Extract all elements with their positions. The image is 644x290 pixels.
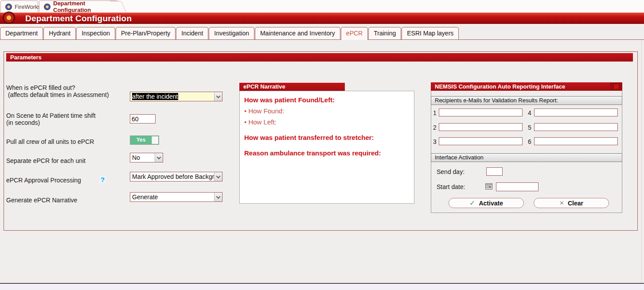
clear-button[interactable]: ✕ Clear	[534, 198, 609, 208]
window-tab-bar: FireWorks Department Configuration	[0, 0, 644, 12]
page-title: Department Configuration	[25, 14, 132, 23]
tab-training[interactable]: Training	[368, 27, 401, 40]
send-day-input[interactable]	[486, 167, 503, 176]
generate-narrative-combobox[interactable]: Generate	[130, 192, 222, 202]
window-tab-fireworks[interactable]: FireWorks	[0, 0, 38, 12]
email-slot-number: 2	[433, 124, 437, 131]
chevron-down-icon[interactable]	[214, 172, 222, 181]
bottom-status-strip	[0, 284, 644, 290]
tab-epcr[interactable]: ePCR	[341, 27, 368, 40]
start-date-label: Start date:	[437, 183, 465, 190]
tab-maintenance-inventory[interactable]: Maintenance and Inventory	[255, 27, 340, 40]
nemsis-panel-header: NEMSIS Configuration Auto Reporting Inte…	[431, 82, 622, 91]
window-tab-label: FireWorks	[15, 4, 41, 10]
time-shift-label-line1: On Scene to At Patient time shift	[6, 112, 96, 119]
when-filled-label-line2: (affects default times in Assessment)	[6, 91, 109, 98]
narrative-blank-line	[244, 128, 410, 132]
nemsis-panel-title: NEMSIS Configuration Auto Reporting Inte…	[435, 83, 565, 90]
tab-incident[interactable]: Incident	[176, 27, 208, 40]
tab-department[interactable]: Department	[0, 27, 43, 40]
approval-processing-value: Mark Approved before Backgr	[130, 172, 214, 181]
recipient-email-input-6[interactable]	[534, 137, 618, 145]
chevron-down-icon[interactable]	[214, 92, 222, 101]
time-shift-input[interactable]	[130, 114, 156, 124]
activate-button-label: Activate	[479, 200, 503, 207]
right-edge-line	[641, 40, 642, 283]
email-slot-number: 5	[528, 124, 531, 131]
pull-crew-toggle-value: Yes	[130, 136, 152, 144]
separate-epcr-label: Separate ePCR for each unit	[6, 157, 86, 164]
generate-narrative-label: Generate ePCR Narrative	[6, 197, 77, 204]
send-day-label: Send day:	[437, 168, 464, 175]
when-filled-value: after the incident	[130, 92, 214, 101]
fire-department-seal-icon	[3, 12, 15, 23]
clear-button-label: Clear	[568, 200, 583, 207]
email-slot-number: 3	[433, 138, 437, 145]
tab-esri-map-layers[interactable]: ESRI Map layers	[402, 27, 459, 40]
epcr-narrative-textarea[interactable]: How was patient Found/Left: • How Found:…	[239, 91, 414, 204]
parameters-section-header: Parameters	[6, 53, 633, 62]
module-tab-strip: Department Hydrant Inspection Pre-Plan/P…	[0, 27, 644, 40]
email-slot-number: 6	[528, 138, 531, 145]
recipient-email-input-4[interactable]	[534, 108, 618, 116]
calendar-icon[interactable]	[485, 183, 492, 190]
email-slot-number: 1	[433, 109, 437, 116]
approval-processing-combobox[interactable]: Mark Approved before Backgr	[130, 172, 222, 182]
title-bar: Department Configuration	[0, 12, 644, 24]
activate-button[interactable]: ✓ Activate	[449, 198, 524, 208]
narrative-line: • How Left:	[244, 116, 410, 128]
help-icon[interactable]: ?	[99, 176, 106, 183]
window-tab-label: Department Configuration	[53, 0, 113, 13]
when-filled-label-line1: When is ePCR filled out?	[6, 84, 75, 91]
separate-epcr-combobox[interactable]: No	[130, 153, 163, 162]
window-tab-department-configuration[interactable]: Department Configuration	[39, 0, 118, 12]
department-badge-icon	[44, 4, 51, 10]
tab-investigation[interactable]: Investigation	[209, 27, 254, 40]
chevron-down-icon[interactable]	[155, 153, 163, 162]
panel-close-icon[interactable]	[613, 84, 619, 89]
pull-crew-toggle[interactable]: Yes	[130, 135, 159, 145]
fireworks-badge-icon	[5, 4, 12, 10]
recipient-email-input-1[interactable]	[439, 108, 523, 116]
start-date-input[interactable]	[496, 182, 539, 191]
tab-preplan-property[interactable]: Pre-Plan/Property	[116, 27, 176, 40]
narrative-line: • How Found:	[244, 105, 410, 116]
email-slot-number: 4	[528, 109, 531, 116]
separate-epcr-value: No	[130, 153, 155, 162]
recipient-email-input-3[interactable]	[439, 137, 523, 145]
recipient-email-input-2[interactable]	[439, 123, 523, 131]
time-shift-label-line2: (in seconds)	[6, 119, 40, 126]
narrative-line: How was patient transferred to stretcher…	[244, 132, 410, 143]
tab-strip-baseline	[0, 39, 644, 40]
recipient-email-input-5[interactable]	[534, 123, 618, 131]
tab-hydrant[interactable]: Hydrant	[43, 27, 76, 40]
narrative-blank-line	[244, 143, 410, 147]
x-icon: ✕	[559, 200, 564, 206]
toggle-knob	[152, 136, 158, 144]
chevron-down-icon[interactable]	[214, 193, 222, 201]
recipients-section-header: Recipients e-Mails for Validation Result…	[431, 96, 622, 105]
narrative-line: How was patient Found/Left:	[244, 94, 410, 105]
narrative-line: Reason ambulance transport was required:	[244, 147, 410, 159]
check-icon: ✓	[469, 199, 475, 207]
interface-activation-header: Interface Activation	[431, 153, 622, 162]
pull-crew-label: Pull all crew of all units to ePCR	[6, 138, 94, 145]
approval-processing-label: ePCR Approval Processing	[6, 177, 81, 184]
when-filled-combobox[interactable]: after the incident	[130, 92, 222, 101]
generate-narrative-value: Generate	[130, 193, 214, 201]
tab-inspection[interactable]: Inspection	[76, 27, 115, 40]
epcr-narrative-header: ePCR Narrative	[239, 83, 345, 91]
